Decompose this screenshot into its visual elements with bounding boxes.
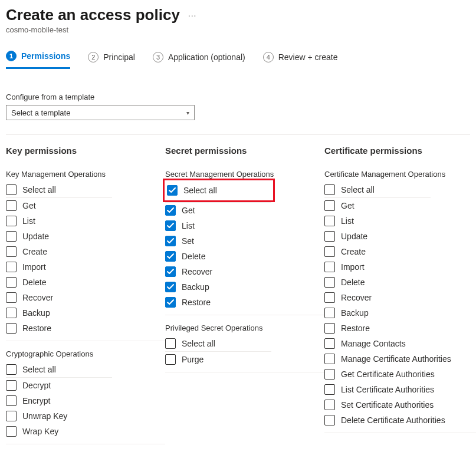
checkbox-label: Manage Contacts bbox=[341, 339, 406, 348]
checkbox[interactable] bbox=[6, 231, 17, 242]
checkbox[interactable] bbox=[165, 338, 176, 349]
permission-checkbox-row[interactable]: Restore bbox=[324, 321, 476, 336]
permission-checkbox-row[interactable]: Recover bbox=[324, 290, 476, 305]
checkbox[interactable] bbox=[165, 236, 176, 246]
permission-checkbox-row[interactable]: Select all bbox=[6, 182, 165, 197]
permission-checkbox-row[interactable]: Get bbox=[165, 203, 324, 218]
permission-checkbox-row[interactable]: Set Certificate Authorities bbox=[324, 397, 476, 413]
permission-checkbox-row[interactable]: Select all bbox=[165, 336, 324, 351]
permission-checkbox-row[interactable]: List bbox=[165, 218, 324, 233]
checkbox[interactable] bbox=[6, 364, 17, 375]
checkbox[interactable] bbox=[324, 384, 335, 395]
checkbox[interactable] bbox=[324, 292, 335, 303]
checkbox[interactable] bbox=[6, 323, 17, 334]
checkbox[interactable] bbox=[6, 308, 17, 318]
checkbox-label: List Certificate Authorities bbox=[341, 385, 434, 394]
permission-checkbox-row[interactable]: Backup bbox=[324, 305, 476, 321]
checkbox[interactable] bbox=[165, 251, 176, 262]
permission-checkbox-row[interactable]: Get bbox=[6, 198, 165, 213]
permission-checkbox-row[interactable]: Update bbox=[6, 229, 165, 244]
checkbox[interactable] bbox=[165, 282, 176, 292]
permission-checkbox-row[interactable]: Delete bbox=[6, 275, 165, 290]
tab-step-3[interactable]: 3Application (optional) bbox=[153, 51, 245, 69]
permission-checkbox-row[interactable]: Delete bbox=[165, 249, 324, 264]
permission-checkbox-row[interactable]: List Certificate Authorities bbox=[324, 382, 476, 397]
permission-checkbox-row[interactable]: Encrypt bbox=[6, 393, 165, 408]
permission-checkbox-row[interactable]: List bbox=[324, 213, 476, 229]
checkbox[interactable] bbox=[324, 216, 335, 226]
checkbox[interactable] bbox=[324, 246, 335, 257]
permission-checkbox-row[interactable]: Select all bbox=[167, 184, 267, 197]
permission-checkbox-row[interactable]: Backup bbox=[165, 279, 324, 295]
checkbox[interactable] bbox=[324, 277, 335, 288]
checkbox[interactable] bbox=[6, 246, 17, 257]
checkbox[interactable] bbox=[324, 184, 335, 195]
permission-checkbox-row[interactable]: Backup bbox=[6, 305, 165, 321]
checkbox[interactable] bbox=[324, 354, 335, 364]
permission-checkbox-row[interactable]: Recover bbox=[165, 264, 324, 279]
permission-checkbox-row[interactable]: List bbox=[6, 213, 165, 229]
permission-checkbox-row[interactable]: Decrypt bbox=[6, 378, 165, 393]
permission-checkbox-row[interactable]: Select all bbox=[6, 362, 165, 377]
checkbox[interactable] bbox=[324, 262, 335, 272]
checkbox[interactable] bbox=[6, 426, 17, 437]
checkbox[interactable] bbox=[6, 395, 17, 406]
checkbox[interactable] bbox=[6, 216, 17, 226]
permission-checkbox-row[interactable]: Select all bbox=[324, 182, 476, 197]
checkbox-label: Decrypt bbox=[22, 381, 51, 390]
checkbox[interactable] bbox=[165, 205, 176, 216]
checkbox-label: Get bbox=[22, 201, 36, 210]
checkbox[interactable] bbox=[324, 338, 335, 349]
checkbox-label: Unwrap Key bbox=[22, 411, 67, 421]
checkbox-label: Select all bbox=[341, 185, 375, 194]
checkbox[interactable] bbox=[165, 297, 176, 308]
checkbox[interactable] bbox=[6, 411, 17, 421]
permission-checkbox-row[interactable]: Update bbox=[324, 229, 476, 244]
step-number-icon: 2 bbox=[88, 52, 99, 62]
permission-checkbox-row[interactable]: Create bbox=[6, 244, 165, 259]
permission-checkbox-row[interactable]: Import bbox=[6, 259, 165, 275]
checkbox-label: Update bbox=[341, 232, 367, 241]
checkbox[interactable] bbox=[6, 380, 17, 391]
tab-step-2[interactable]: 2Principal bbox=[88, 51, 135, 69]
checkbox[interactable] bbox=[165, 220, 176, 231]
checkbox[interactable] bbox=[6, 292, 17, 303]
permission-checkbox-row[interactable]: Purge bbox=[165, 352, 324, 367]
checkbox[interactable] bbox=[6, 184, 17, 195]
permission-checkbox-row[interactable]: Restore bbox=[6, 321, 165, 336]
permission-checkbox-row[interactable]: Create bbox=[324, 244, 476, 259]
checkbox[interactable] bbox=[165, 354, 176, 365]
checkbox-label: Delete Certificate Authorities bbox=[341, 415, 445, 425]
template-select[interactable]: Select a template ▾ bbox=[6, 105, 195, 120]
permission-checkbox-row[interactable]: Manage Contacts bbox=[324, 336, 476, 351]
permission-checkbox-row[interactable]: Import bbox=[324, 259, 476, 275]
permission-checkbox-row[interactable]: Get Certificate Authorities bbox=[324, 367, 476, 382]
permission-checkbox-row[interactable]: Recover bbox=[6, 290, 165, 305]
checkbox[interactable] bbox=[6, 200, 17, 211]
checkbox[interactable] bbox=[324, 415, 335, 425]
permission-checkbox-row[interactable]: Unwrap Key bbox=[6, 408, 165, 424]
tab-step-1[interactable]: 1Permissions bbox=[6, 51, 70, 69]
permission-checkbox-row[interactable]: Manage Certificate Authorities bbox=[324, 351, 476, 367]
checkbox[interactable] bbox=[324, 369, 335, 380]
checkbox[interactable] bbox=[6, 277, 17, 288]
permission-checkbox-row[interactable]: Delete Certificate Authorities bbox=[324, 413, 476, 428]
permission-checkbox-row[interactable]: Delete bbox=[324, 275, 476, 290]
checkbox[interactable] bbox=[324, 308, 335, 318]
tab-step-4[interactable]: 4Review + create bbox=[263, 51, 338, 69]
checkbox[interactable] bbox=[324, 323, 335, 334]
checkbox[interactable] bbox=[324, 231, 335, 242]
highlighted-select-all: Select all bbox=[163, 179, 275, 202]
more-actions-button[interactable]: ··· bbox=[188, 11, 197, 20]
tab-label: Principal bbox=[103, 52, 135, 62]
page-title: Create an access policy bbox=[6, 6, 180, 24]
checkbox[interactable] bbox=[324, 400, 335, 410]
checkbox[interactable] bbox=[6, 262, 17, 272]
permission-checkbox-row[interactable]: Restore bbox=[165, 295, 324, 310]
permission-checkbox-row[interactable]: Set bbox=[165, 233, 324, 249]
checkbox[interactable] bbox=[167, 185, 178, 196]
checkbox[interactable] bbox=[165, 266, 176, 277]
permission-checkbox-row[interactable]: Wrap Key bbox=[6, 424, 165, 439]
checkbox[interactable] bbox=[324, 200, 335, 211]
permission-checkbox-row[interactable]: Get bbox=[324, 198, 476, 213]
